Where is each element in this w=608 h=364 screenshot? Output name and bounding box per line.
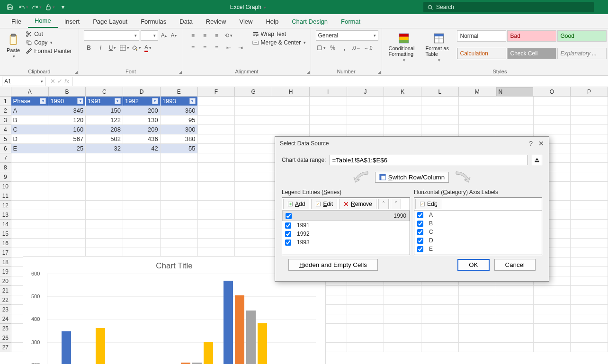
cell-M1[interactable]	[459, 97, 496, 106]
column-header-N[interactable]: N	[496, 87, 534, 97]
cell-L25[interactable]	[421, 324, 459, 333]
row-header-26[interactable]: 26	[0, 333, 11, 343]
cell-B3[interactable]: 120	[48, 115, 86, 125]
cell-P6[interactable]	[571, 144, 608, 153]
redo-icon[interactable]: ▾	[31, 2, 42, 12]
cell-F16[interactable]	[198, 239, 235, 248]
cell-F4[interactable]	[198, 125, 235, 134]
decrease-decimal-icon[interactable]: ←.0	[363, 43, 374, 53]
cell-E16[interactable]	[161, 239, 198, 248]
cell-F3[interactable]	[198, 115, 235, 125]
cell-P7[interactable]	[571, 153, 608, 163]
cell-N25[interactable]	[496, 324, 534, 333]
comma-icon[interactable]: ,	[340, 43, 350, 53]
tab-file[interactable]: File	[5, 15, 28, 28]
filter-icon[interactable]: ▾	[152, 98, 158, 104]
cell-L2[interactable]	[421, 106, 459, 115]
cell-L4[interactable]	[421, 125, 459, 134]
column-header-O[interactable]: O	[533, 87, 571, 97]
cell-N27[interactable]	[496, 343, 534, 352]
cell-D2[interactable]: 200	[123, 106, 161, 115]
row-header-13[interactable]: 13	[0, 210, 11, 220]
font-launcher-icon[interactable]: ◢	[179, 70, 182, 74]
cell-O3[interactable]	[534, 115, 571, 125]
cell-I1[interactable]	[310, 97, 347, 106]
cell-D8[interactable]	[123, 163, 161, 172]
align-middle-icon[interactable]: ≡	[200, 30, 210, 41]
row-header-12[interactable]: 12	[0, 201, 11, 210]
cell-F11[interactable]	[198, 191, 235, 201]
cell-A8[interactable]	[11, 163, 49, 172]
cell-P19[interactable]	[571, 267, 608, 276]
cell-styles-gallery[interactable]: Normal Bad Good Calculation Check Cell E…	[457, 30, 608, 64]
category-checkbox-E[interactable]	[417, 246, 423, 252]
cell-B6[interactable]: 25	[48, 144, 86, 153]
row-header-18[interactable]: 18	[0, 257, 11, 267]
cell-L3[interactable]	[421, 115, 459, 125]
cell-F8[interactable]	[198, 163, 235, 172]
cell-P16[interactable]	[571, 239, 608, 248]
move-up-button[interactable]: ˄	[378, 199, 389, 209]
font-color-icon[interactable]: A▾	[143, 43, 153, 53]
cell-F2[interactable]	[198, 106, 235, 115]
cell-D6[interactable]: 42	[123, 144, 161, 153]
cell-D4[interactable]: 209	[123, 125, 161, 134]
tab-help[interactable]: Help	[259, 15, 285, 28]
cell-J3[interactable]	[347, 115, 384, 125]
cell-P12[interactable]	[571, 201, 608, 210]
row-header-20[interactable]: 20	[0, 276, 11, 286]
category-item-D[interactable]: D	[414, 236, 542, 245]
cell-D10[interactable]	[123, 182, 161, 191]
orientation-icon[interactable]: ⟲▾	[224, 30, 234, 41]
series-item-1990[interactable]: 1990	[282, 211, 410, 221]
cell-G7[interactable]	[235, 153, 272, 163]
series-checkbox-1991[interactable]	[285, 222, 291, 229]
tab-review[interactable]: Review	[199, 15, 233, 28]
cell-C7[interactable]	[86, 153, 123, 163]
column-header-E[interactable]: E	[161, 87, 198, 97]
remove-series-button[interactable]: Remove	[339, 199, 376, 209]
style-normal[interactable]: Normal	[457, 30, 506, 42]
cell-F13[interactable]	[198, 210, 235, 220]
cell-F1[interactable]	[198, 97, 235, 106]
cell-B15[interactable]	[48, 229, 86, 239]
cell-M4[interactable]	[459, 125, 496, 134]
cell-P23[interactable]	[571, 305, 608, 314]
cell-G13[interactable]	[235, 210, 272, 220]
cell-N24[interactable]	[496, 314, 534, 324]
column-header-D[interactable]: D	[123, 87, 161, 97]
cell-L26[interactable]	[421, 333, 459, 343]
cell-E14[interactable]	[161, 220, 198, 229]
cell-D16[interactable]	[123, 239, 161, 248]
cell-N2[interactable]	[496, 106, 534, 115]
row-header-2[interactable]: 2	[0, 106, 11, 115]
cell-H2[interactable]	[272, 106, 310, 115]
cell-P2[interactable]	[571, 106, 608, 115]
column-header-F[interactable]: F	[198, 87, 235, 97]
cell-N1[interactable]	[496, 97, 534, 106]
category-checkbox-B[interactable]	[417, 221, 423, 227]
cell-F14[interactable]	[198, 220, 235, 229]
cell-L24[interactable]	[421, 314, 459, 324]
row-header-27[interactable]: 27	[0, 343, 11, 352]
cell-M3[interactable]	[459, 115, 496, 125]
chart-plot-area[interactable]: 0100200300400500600ABCDE	[47, 274, 316, 364]
style-calculation[interactable]: Calculation	[457, 48, 506, 59]
cell-O4[interactable]	[534, 125, 571, 134]
cell-A10[interactable]	[11, 182, 49, 191]
number-launcher-icon[interactable]: ◢	[378, 70, 381, 74]
font-name-select[interactable]: ▾	[84, 30, 139, 41]
cell-E6[interactable]: 55	[161, 144, 198, 153]
cell-E4[interactable]: 300	[161, 125, 198, 134]
bar-A-1993[interactable]	[96, 328, 105, 364]
cell-A7[interactable]	[11, 153, 49, 163]
cell-P1[interactable]	[571, 97, 608, 106]
cell-M2[interactable]	[459, 106, 496, 115]
fill-color-icon[interactable]: ▾	[131, 43, 142, 53]
bar-D-1991[interactable]	[235, 295, 244, 364]
filter-icon[interactable]: ▾	[189, 98, 196, 104]
row-header-1[interactable]: 1	[0, 97, 11, 106]
cell-G15[interactable]	[235, 229, 272, 239]
column-header-K[interactable]: K	[384, 87, 421, 97]
column-header-J[interactable]: J	[347, 87, 384, 97]
